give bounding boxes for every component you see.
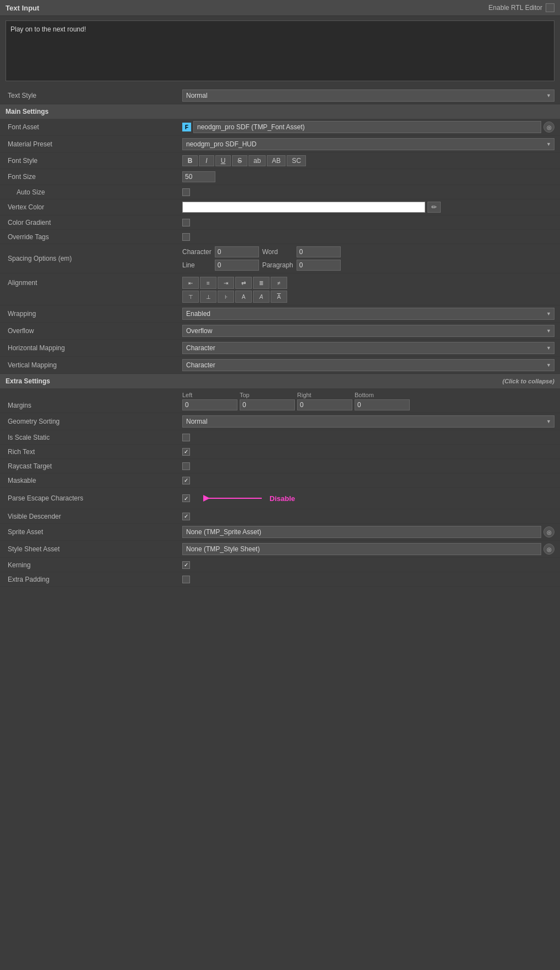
material-preset-dropdown-wrap: neodgm_pro SDF_HUD xyxy=(182,138,554,150)
override-tags-row: Override Tags xyxy=(0,230,560,244)
alignment-content: ⇤ ≡ ⇥ ⇄ ≣ ≠ ⊤ ⊥ ⊦ A A A xyxy=(182,277,554,303)
align-flush-btn[interactable]: ≣ xyxy=(253,277,270,289)
extra-padding-checkbox[interactable] xyxy=(182,576,190,583)
margin-top-input[interactable] xyxy=(240,399,295,410)
margin-top-label: Top xyxy=(240,392,295,398)
rich-text-checkbox[interactable] xyxy=(182,448,190,456)
margins-inputs xyxy=(182,399,410,410)
align-bottom-btn[interactable]: ⊦ xyxy=(218,291,234,303)
spacing-grid: Character Word Line Paragraph xyxy=(182,246,341,271)
wrapping-label: Wrapping xyxy=(6,310,182,318)
align-midline-btn[interactable]: A xyxy=(253,291,270,303)
vertical-mapping-dropdown[interactable]: Character xyxy=(182,359,554,371)
margins-content: Left Top Right Bottom xyxy=(182,392,554,410)
style-sheet-asset-picker-btn[interactable]: ◎ xyxy=(543,544,554,555)
rtl-checkbox[interactable] xyxy=(546,3,554,12)
parse-escape-checkbox[interactable] xyxy=(182,494,190,502)
spacing-word-input[interactable] xyxy=(297,246,341,257)
wrapping-dropdown[interactable]: Enabled xyxy=(182,308,554,320)
wrapping-row: Wrapping Enabled xyxy=(0,305,560,323)
spacing-paragraph-label: Paragraph xyxy=(262,261,293,269)
font-style-strikethrough-btn[interactable]: S xyxy=(232,155,247,166)
font-style-lowercase-btn[interactable]: ab xyxy=(249,155,266,166)
text-style-dropdown[interactable]: Normal xyxy=(182,89,554,102)
font-style-smallcaps-btn[interactable]: SC xyxy=(287,155,306,166)
align-capline-btn[interactable]: A xyxy=(271,291,287,303)
spacing-word-label: Word xyxy=(262,248,293,256)
spacing-options-content: Character Word Line Paragraph xyxy=(182,246,554,271)
margin-left-input[interactable] xyxy=(182,399,237,410)
material-preset-content: neodgm_pro SDF_HUD xyxy=(182,138,554,150)
is-scale-static-content xyxy=(182,434,554,441)
visible-descender-checkbox[interactable] xyxy=(182,513,190,520)
spacing-line-input[interactable] xyxy=(215,260,259,271)
align-middle-btn[interactable]: ⊥ xyxy=(200,291,216,303)
raycast-target-checkbox[interactable] xyxy=(182,462,190,470)
text-style-row: Text Style Normal xyxy=(0,87,560,104)
material-preset-dropdown[interactable]: neodgm_pro SDF_HUD xyxy=(182,138,554,150)
align-top-btn[interactable]: ⊤ xyxy=(182,291,199,303)
spacing-paragraph-input[interactable] xyxy=(297,260,341,271)
extra-settings-header[interactable]: Extra Settings (Click to collapse) xyxy=(0,374,560,388)
align-geo-center-btn[interactable]: ≠ xyxy=(271,277,287,289)
font-style-italic-btn[interactable]: I xyxy=(199,155,214,166)
maskable-label: Maskable xyxy=(6,477,182,484)
rich-text-label: Rich Text xyxy=(6,448,182,456)
geometry-sorting-dropdown-wrap: Normal xyxy=(182,415,554,428)
align-baseline-btn[interactable]: A xyxy=(235,291,252,303)
font-style-underline-btn[interactable]: U xyxy=(215,155,231,166)
color-gradient-checkbox[interactable] xyxy=(182,219,190,226)
rtl-wrap: Enable RTL Editor xyxy=(489,3,554,12)
text-input-field[interactable]: Play on to the next round! xyxy=(6,20,554,81)
margin-right-input[interactable] xyxy=(297,399,352,410)
auto-size-checkbox[interactable] xyxy=(182,188,190,196)
vertex-color-swatch[interactable] xyxy=(182,202,425,213)
material-preset-label: Material Preset xyxy=(6,140,182,148)
is-scale-static-checkbox[interactable] xyxy=(182,434,190,441)
font-size-label: Font Size xyxy=(6,173,182,181)
spacing-character-input[interactable] xyxy=(215,246,259,257)
material-preset-row: Material Preset neodgm_pro SDF_HUD xyxy=(0,136,560,153)
override-tags-checkbox[interactable] xyxy=(182,233,190,241)
extra-padding-label: Extra Padding xyxy=(6,576,182,583)
font-size-input[interactable] xyxy=(182,171,215,182)
font-style-btn-group: B I U S ab AB SC xyxy=(182,155,306,166)
kerning-checkbox[interactable] xyxy=(182,561,190,569)
geometry-sorting-row: Geometry Sorting Normal xyxy=(0,413,560,430)
margin-bottom-input[interactable] xyxy=(355,399,410,410)
override-tags-label: Override Tags xyxy=(6,233,182,241)
is-scale-static-row: Is Scale Static xyxy=(0,430,560,445)
text-style-dropdown-wrap: Normal xyxy=(182,89,554,102)
vertex-color-eyedropper-btn[interactable]: ✏ xyxy=(427,202,441,213)
align-right-btn[interactable]: ⇥ xyxy=(218,277,234,289)
visible-descender-content xyxy=(182,513,554,520)
margins-grid: Left Top Right Bottom xyxy=(182,392,410,410)
geometry-sorting-label: Geometry Sorting xyxy=(6,418,182,425)
horizontal-mapping-dropdown[interactable]: Character xyxy=(182,342,554,354)
align-left-btn[interactable]: ⇤ xyxy=(182,277,199,289)
kerning-content xyxy=(182,561,554,569)
spacing-options-row: Spacing Options (em) Character Word Line… xyxy=(0,244,560,273)
disable-label: Disable xyxy=(270,494,295,503)
maskable-checkbox[interactable] xyxy=(182,477,190,484)
margin-bottom-label: Bottom xyxy=(355,392,410,398)
overflow-label: Overflow xyxy=(6,327,182,335)
font-style-row: Font Style B I U S ab AB SC xyxy=(0,153,560,169)
color-gradient-row: Color Gradient xyxy=(0,215,560,230)
font-asset-picker-btn[interactable]: ◎ xyxy=(543,122,554,133)
align-center-btn[interactable]: ≡ xyxy=(200,277,216,289)
geometry-sorting-dropdown[interactable]: Normal xyxy=(182,415,554,428)
sprite-asset-picker-btn[interactable]: ◎ xyxy=(543,526,554,537)
font-style-uppercase-btn[interactable]: AB xyxy=(267,155,286,166)
alignment-grid: ⇤ ≡ ⇥ ⇄ ≣ ≠ ⊤ ⊥ ⊦ A A A xyxy=(182,277,287,303)
horizontal-mapping-content: Character xyxy=(182,342,554,354)
font-style-bold-btn[interactable]: B xyxy=(182,155,198,166)
auto-size-row: Auto Size xyxy=(0,185,560,199)
extra-settings-label: Extra Settings xyxy=(6,377,50,385)
kerning-label: Kerning xyxy=(6,561,182,569)
align-justify-btn[interactable]: ⇄ xyxy=(235,277,252,289)
main-settings-label: Main Settings xyxy=(6,108,49,115)
overflow-dropdown[interactable]: Overflow xyxy=(182,325,554,337)
font-asset-row: Font Asset F neodgm_pro SDF (TMP_Font As… xyxy=(0,119,560,136)
raycast-target-content xyxy=(182,462,554,470)
